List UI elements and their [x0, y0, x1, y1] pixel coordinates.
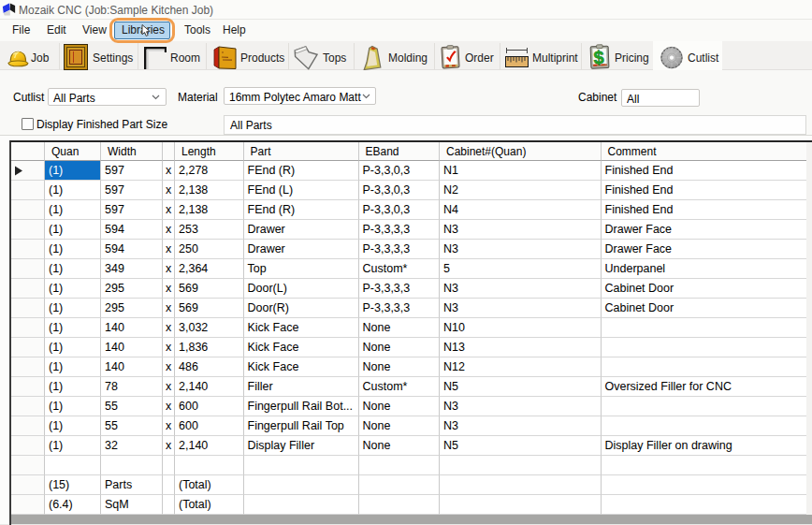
svg-text:$: $: [593, 47, 604, 67]
